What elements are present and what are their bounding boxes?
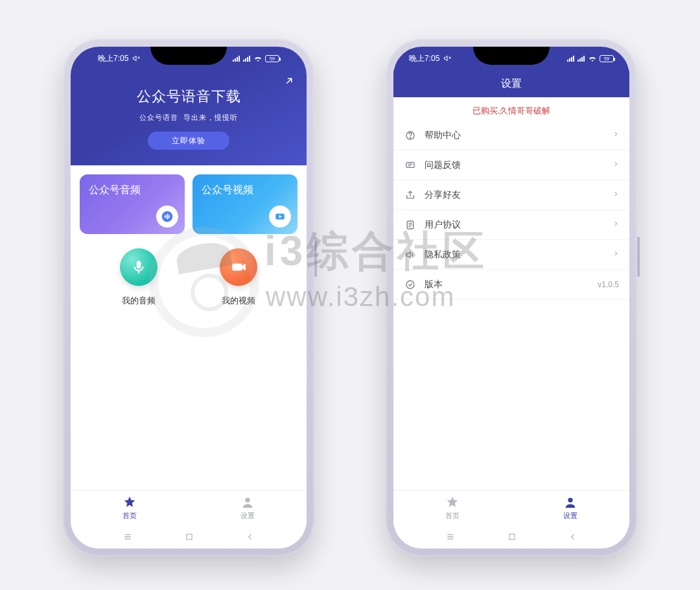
svg-rect-28 — [567, 60, 568, 62]
hero-title: 公众号语音下载 — [82, 87, 295, 106]
back-icon[interactable] — [246, 532, 255, 541]
svg-rect-25 — [187, 534, 192, 539]
square-icon[interactable] — [185, 532, 194, 541]
row-feedback[interactable]: 问题反馈 — [393, 150, 629, 180]
help-icon — [404, 130, 417, 141]
svg-rect-32 — [578, 60, 579, 62]
svg-marker-20 — [242, 264, 245, 271]
svg-rect-3 — [235, 58, 236, 62]
status-time: 晚上7:05 — [409, 53, 439, 64]
my-video-button[interactable]: 我的视频 — [220, 248, 257, 307]
battery-icon: 59 — [600, 55, 614, 62]
card-public-audio[interactable]: 公众号音频 — [80, 174, 185, 234]
svg-rect-8 — [247, 57, 248, 62]
svg-rect-13 — [167, 214, 169, 220]
menu-icon[interactable] — [122, 532, 133, 542]
wifi-icon — [253, 55, 262, 62]
svg-rect-4 — [237, 57, 238, 62]
android-nav-bar — [71, 525, 307, 549]
row-share[interactable]: 分享好友 — [393, 180, 629, 210]
my-video-label: 我的视频 — [222, 295, 255, 307]
row-privacy[interactable]: 隐私政策 — [393, 240, 629, 270]
chevron-right-icon — [612, 249, 619, 260]
chevron-right-icon — [612, 219, 619, 230]
svg-rect-7 — [245, 58, 246, 62]
square-icon[interactable] — [508, 532, 517, 541]
row-version[interactable]: 版本 v1.0.5 — [393, 270, 629, 300]
svg-rect-5 — [239, 56, 240, 62]
svg-point-21 — [245, 498, 250, 502]
bottom-nav: 首页 设置 — [393, 490, 629, 525]
star-icon — [445, 495, 460, 510]
version-value: v1.0.5 — [598, 280, 619, 289]
nav-home[interactable]: 首页 — [393, 491, 511, 525]
mute-icon — [132, 54, 140, 62]
svg-rect-6 — [243, 60, 244, 62]
svg-rect-19 — [232, 264, 242, 271]
screen-settings: 晚上7:05 59 设置 已购买,久情哥哥破解 帮助中心 — [393, 47, 629, 549]
row-help-center[interactable]: 帮助中心 — [393, 121, 629, 150]
share-icon — [404, 190, 417, 200]
phone-frame-left: 晚上7:05 59 公众号语音下载 公众号语音 导出来，慢慢听 — [63, 39, 314, 556]
wifi-icon — [588, 55, 597, 62]
svg-rect-50 — [509, 534, 515, 539]
svg-rect-14 — [169, 215, 170, 218]
person-icon — [563, 495, 578, 510]
chevron-right-icon — [612, 130, 619, 141]
my-audio-label: 我的音频 — [122, 295, 156, 307]
try-now-button[interactable]: 立即体验 — [148, 132, 229, 150]
signal-icon — [578, 55, 585, 62]
signal-icon — [567, 55, 575, 62]
mute-icon — [443, 54, 451, 62]
back-icon[interactable] — [568, 532, 578, 541]
card-label: 公众号音频 — [89, 184, 141, 195]
phone-frame-right: 晚上7:05 59 设置 已购买,久情哥哥破解 帮助中心 — [386, 39, 637, 556]
nav-settings[interactable]: 设置 — [511, 491, 629, 525]
battery-icon: 59 — [265, 55, 279, 62]
svg-rect-38 — [406, 162, 414, 167]
camera-icon — [220, 248, 257, 286]
video-play-icon — [269, 206, 291, 228]
svg-rect-34 — [581, 57, 583, 62]
svg-rect-9 — [249, 56, 250, 62]
svg-point-37 — [410, 137, 410, 137]
svg-point-46 — [568, 498, 572, 502]
svg-rect-31 — [573, 56, 574, 62]
mic-icon — [120, 248, 158, 286]
settings-list: 帮助中心 问题反馈 分享好友 用户协议 — [393, 121, 629, 300]
hero-header: 晚上7:05 59 公众号语音下载 公众号语音 导出来，慢慢听 — [71, 47, 307, 165]
svg-rect-33 — [579, 58, 581, 62]
status-bar: 晚上7:05 59 — [393, 47, 629, 70]
signal-icon — [243, 55, 251, 62]
purchase-banner: 已购买,久情哥哥破解 — [393, 97, 629, 121]
feedback-icon — [404, 160, 417, 171]
document-icon — [404, 220, 417, 230]
svg-rect-11 — [165, 216, 166, 218]
nav-settings[interactable]: 设置 — [189, 491, 307, 525]
svg-rect-17 — [137, 261, 141, 268]
svg-rect-35 — [583, 56, 585, 62]
speaker-icon — [404, 250, 417, 260]
status-time: 晚上7:05 — [98, 53, 128, 64]
row-agreement[interactable]: 用户协议 — [393, 210, 629, 240]
share-icon[interactable] — [283, 75, 295, 89]
audio-wave-icon — [156, 206, 178, 228]
svg-rect-29 — [569, 58, 570, 62]
svg-rect-12 — [166, 215, 167, 218]
hero-subtitle: 公众号语音 导出来，慢慢听 — [82, 113, 295, 123]
screen-home: 晚上7:05 59 公众号语音下载 公众号语音 导出来，慢慢听 — [71, 47, 307, 549]
card-public-video[interactable]: 公众号视频 — [192, 174, 298, 234]
card-label: 公众号视频 — [202, 184, 253, 195]
my-audio-button[interactable]: 我的音频 — [120, 248, 158, 307]
signal-icon — [233, 55, 240, 62]
star-icon — [122, 495, 137, 510]
person-icon — [240, 495, 255, 510]
svg-point-45 — [406, 281, 414, 289]
chevron-right-icon — [612, 189, 619, 200]
page-title: 设置 — [393, 70, 629, 97]
menu-icon[interactable] — [445, 532, 456, 542]
nav-home[interactable]: 首页 — [71, 491, 189, 525]
svg-rect-30 — [571, 57, 572, 62]
bottom-nav: 首页 设置 — [71, 490, 307, 525]
svg-rect-2 — [233, 60, 234, 62]
